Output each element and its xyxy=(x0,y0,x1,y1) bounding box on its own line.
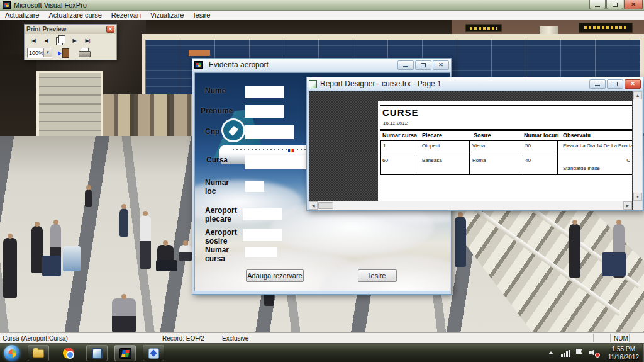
goto-page-icon[interactable] xyxy=(53,35,67,45)
col-header-sosire: Sosire xyxy=(474,132,491,139)
zoom-dropdown[interactable]: 100% ▼ xyxy=(27,48,52,58)
report-close-button[interactable]: ✕ xyxy=(625,79,641,89)
cursa-field[interactable] xyxy=(245,155,308,169)
table-border xyxy=(380,141,381,174)
hidden-icons-chevron[interactable] xyxy=(548,351,553,354)
person-silhouette xyxy=(140,215,151,269)
form-maximize-button[interactable] xyxy=(415,60,431,70)
menu-iesire[interactable]: Iesire xyxy=(193,11,210,19)
table-border xyxy=(557,141,558,174)
status-numlock: NUM xyxy=(614,335,628,342)
cell-numar-locuri: 40 xyxy=(525,157,531,163)
print-preview-close-icon[interactable]: ✕ xyxy=(106,26,114,33)
zoom-dropdown-arrow-icon[interactable]: ▼ xyxy=(43,48,52,57)
status-separator xyxy=(629,334,630,342)
minimize-button[interactable] xyxy=(589,0,606,9)
person-silhouette xyxy=(112,298,136,332)
status-mode: Exclusive xyxy=(222,335,248,342)
person-silhouette xyxy=(3,238,17,298)
menu-actualizare-curse[interactable]: Actualizare curse xyxy=(48,11,101,19)
action-center-flag-icon[interactable] xyxy=(576,349,582,354)
cnp-field[interactable] xyxy=(245,125,294,139)
print-preview-titlebar[interactable]: Print Preview ✕ xyxy=(25,25,116,34)
table-border xyxy=(469,141,470,174)
network-icon[interactable] xyxy=(561,350,570,357)
previous-page-icon[interactable]: ◀ xyxy=(40,35,52,45)
cube-app-icon xyxy=(92,348,103,359)
person-silhouette xyxy=(569,224,580,278)
aeroport-sosire-field[interactable] xyxy=(243,229,282,241)
first-page-icon[interactable]: |◀ xyxy=(27,35,39,45)
luggage xyxy=(63,246,80,271)
prenume-field[interactable] xyxy=(245,105,284,118)
report-maximize-button[interactable] xyxy=(607,79,623,89)
close-preview-icon[interactable] xyxy=(57,48,71,58)
cell-plecare: Otopeni xyxy=(422,143,440,149)
menu-actualizare[interactable]: Actualizare xyxy=(5,11,39,19)
label-cnp: Cnp xyxy=(205,127,219,136)
menu-rezervari[interactable]: Rezervari xyxy=(111,11,141,19)
col-header-numar-cursa: Numar cursa xyxy=(382,132,417,139)
taskbar-clock[interactable]: 1:55 PM 11/16/2012 xyxy=(608,345,639,361)
print-icon[interactable] xyxy=(77,48,91,58)
luggage xyxy=(602,252,626,276)
luggage xyxy=(42,256,61,276)
main-window-title: Microsoft Visual FoxPro xyxy=(14,1,87,9)
table-border xyxy=(380,174,632,175)
aeroport-plecare-field[interactable] xyxy=(243,208,282,220)
horizontal-scrollbar[interactable]: ◀ ▶ xyxy=(309,201,632,210)
table-border xyxy=(416,141,416,174)
form-titlebar[interactable]: Evidenta aeroport ✕ xyxy=(192,59,451,71)
form-minimize-button[interactable] xyxy=(397,60,414,70)
col-header-plecare: Plecare xyxy=(422,132,442,139)
table-border xyxy=(523,141,523,174)
adauga-rezervare-button[interactable]: Adauga rezervare xyxy=(246,269,304,282)
table-border xyxy=(380,156,632,156)
status-bar: Cursa (Aeroport!Cursa) Record: EOF/2 Exc… xyxy=(0,332,644,343)
report-titlebar[interactable]: Report Designer - curse.frx - Page 1 ✕ xyxy=(307,77,643,90)
start-button[interactable] xyxy=(4,345,20,361)
menu-bar: Actualizare Actualizare curse Rezervari … xyxy=(0,11,644,20)
system-tray: 1:55 PM 11/16/2012 xyxy=(531,344,644,362)
table-border xyxy=(380,140,632,141)
close-button[interactable]: ✕ xyxy=(624,0,643,9)
last-page-icon[interactable]: ▶| xyxy=(82,35,94,45)
zoom-value: 100% xyxy=(28,48,43,57)
report-window-icon xyxy=(309,80,317,88)
report-date: 16.11.2012 xyxy=(383,120,408,126)
airplane-windows xyxy=(233,149,308,150)
menu-vizualizare[interactable]: Vizualizare xyxy=(150,11,184,19)
person-silhouette xyxy=(179,245,192,261)
maximize-button[interactable] xyxy=(606,0,623,9)
person-silhouette xyxy=(119,208,128,237)
scrollbar-thumb[interactable] xyxy=(318,202,333,209)
numar-loc-field[interactable] xyxy=(245,181,264,192)
taskbar-chrome-button[interactable] xyxy=(58,345,79,361)
report-minimize-button[interactable] xyxy=(589,79,606,89)
nume-field[interactable] xyxy=(245,86,284,98)
taskbar-explorer-button[interactable] xyxy=(28,345,49,361)
volume-muted-badge xyxy=(595,353,600,358)
led-sign xyxy=(579,23,633,33)
foxpro-icon xyxy=(119,348,131,359)
person-silhouette xyxy=(31,226,43,273)
form-close-button[interactable]: ✕ xyxy=(433,60,449,70)
cell-observatii-cut: C xyxy=(626,157,630,163)
report-title: CURSE xyxy=(382,107,419,118)
numar-cursa-field[interactable] xyxy=(245,247,277,257)
luggage xyxy=(156,260,177,271)
next-page-icon[interactable]: ▶ xyxy=(69,35,80,45)
windows-logo-icon xyxy=(8,349,16,358)
status-separator xyxy=(610,334,611,342)
taskbar-foxpro-button[interactable] xyxy=(114,345,136,361)
label-cursa: Cursa xyxy=(206,156,228,164)
taskbar-cube-app-button[interactable] xyxy=(86,345,108,361)
main-titlebar[interactable]: Microsoft Visual FoxPro ✕ xyxy=(0,0,644,11)
cell-sosire: Roma xyxy=(472,157,486,163)
status-record: Record: EOF/2 xyxy=(162,335,204,342)
report-designer-window: Report Designer - curse.frx - Page 1 ✕ C… xyxy=(306,77,643,211)
iesire-button[interactable]: Iesire xyxy=(358,269,397,282)
vertical-scrollbar[interactable]: ▲ ▼ xyxy=(633,91,642,201)
cell-numar-cursa: 60 xyxy=(382,157,388,163)
taskbar-diamond-app-button[interactable] xyxy=(143,345,164,361)
